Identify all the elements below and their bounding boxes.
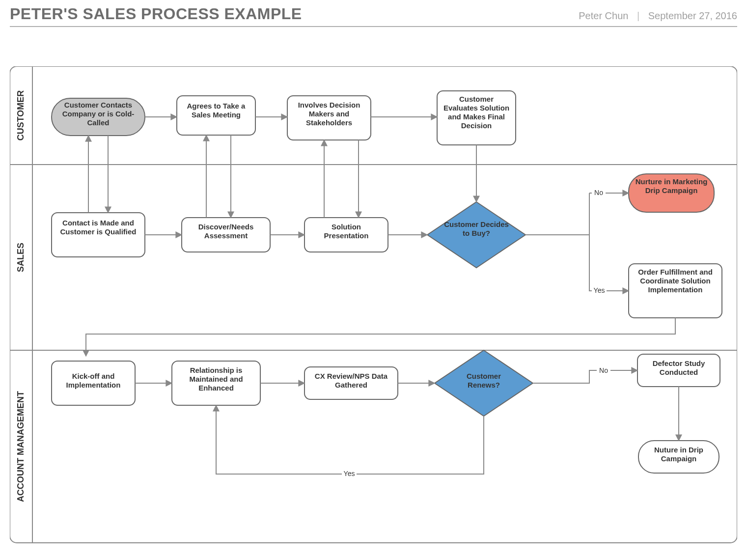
node-defector-study-label: Defector Study Conducted	[641, 359, 716, 377]
lane-label-sales: SALES	[16, 243, 26, 272]
node-customer-evaluates-label: Customer Evaluates Solution and Makes Fi…	[441, 95, 512, 130]
lane-label-acct: ACCOUNT MANAGEMENT	[16, 391, 26, 502]
edge-label-yes-2: Yes	[344, 470, 355, 477]
lane-label-customer: CUSTOMER	[16, 90, 26, 141]
node-decision-buy-label: Customer Decides to Buy?	[442, 220, 511, 238]
edge-label-no-2: No	[599, 366, 608, 374]
flow-diagram: CUSTOMER SALES ACCOUNT MANAGEMENT Custom…	[10, 66, 737, 548]
edge-label-no-1: No	[594, 189, 603, 196]
node-involve-stakeholders-label: Involves Decision Makers and Stakeholder…	[291, 101, 367, 127]
node-kickoff-label: Kick-off and Implementation	[55, 372, 131, 390]
node-nurture-drip-label: Nurture in Marketing Drip Campaign	[633, 177, 710, 195]
node-customer-contacts-label: Customer Contacts Company or is Cold-Cal…	[56, 101, 140, 127]
node-nurture-drip-2-label: Nuture in Drip Campaign	[642, 446, 715, 463]
node-decision-renew-label: Customer Renews?	[454, 372, 513, 390]
page-date: September 27, 2016	[648, 10, 737, 21]
page-author: Peter Chun	[579, 10, 628, 21]
node-relationship-label: Relationship is Maintained and Enhanced	[176, 366, 256, 392]
node-order-fulfillment-label: Order Fulfillment and Coordinate Solutio…	[633, 268, 718, 294]
node-cx-review-label: CX Review/NPS Data Gathered	[308, 372, 394, 390]
node-discover-needs-label: Discover/Needs Assessment	[186, 223, 266, 240]
node-agree-meeting-label: Agrees to Take a Sales Meeting	[181, 102, 251, 119]
page-root: PETER'S SALES PROCESS EXAMPLE Peter Chun…	[0, 0, 747, 560]
svg-rect-0	[10, 66, 737, 543]
edge-label-yes-1: Yes	[594, 286, 605, 294]
node-contact-qualified-label: Contact is Made and Customer is Qualifie…	[55, 219, 141, 236]
node-solution-presentation-label: Solution Presentation	[308, 223, 384, 240]
page-header: PETER'S SALES PROCESS EXAMPLE Peter Chun…	[10, 0, 737, 27]
page-meta: Peter Chun | September 27, 2016	[579, 10, 737, 22]
diagram-canvas: CUSTOMER SALES ACCOUNT MANAGEMENT Custom…	[10, 66, 737, 548]
page-title: PETER'S SALES PROCESS EXAMPLE	[10, 5, 302, 23]
meta-separator: |	[637, 10, 639, 21]
